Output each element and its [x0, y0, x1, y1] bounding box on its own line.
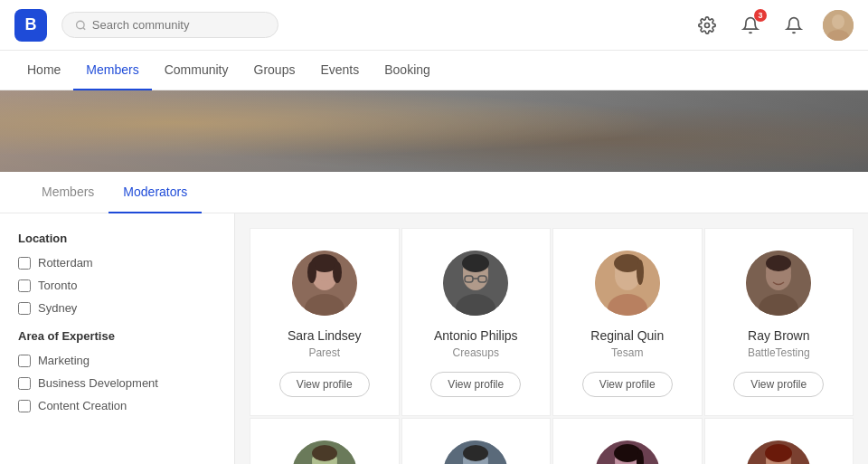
header-right: 3 — [693, 10, 854, 41]
member-company-ray: BattleTesting — [748, 346, 810, 359]
member-avatar-reginal — [595, 251, 660, 316]
filter-sydney[interactable]: Sydney — [18, 301, 216, 315]
location-filter-title: Location — [18, 232, 216, 245]
filter-toronto-label: Toronto — [38, 279, 77, 292]
svg-point-12 — [333, 261, 342, 283]
settings-icon-button[interactable] — [693, 11, 722, 40]
user-avatar[interactable] — [823, 10, 854, 41]
member-company-reginal: Tesam — [611, 346, 643, 359]
member-avatar-p5 — [292, 440, 357, 464]
filter-sydney-label: Sydney — [38, 301, 77, 315]
filter-toronto[interactable]: Toronto — [18, 279, 216, 292]
member-card-antonio: Antonio Philips Creasups View profile — [401, 228, 552, 416]
member-avatar-sara-image — [292, 251, 357, 316]
svg-point-26 — [637, 260, 644, 285]
alert-bell-icon — [785, 16, 803, 34]
svg-point-2 — [705, 23, 710, 27]
alerts-icon-button[interactable] — [779, 11, 808, 40]
search-bar[interactable] — [61, 12, 278, 38]
filter-business-dev-checkbox[interactable] — [18, 377, 31, 390]
member-card-ray: Ray Brown BattleTesting View profile — [704, 228, 854, 416]
filter-rotterdam-label: Rotterdam — [38, 256, 93, 270]
member-avatar-p6-image — [443, 440, 508, 464]
view-profile-reginal-button[interactable]: View profile — [582, 372, 673, 397]
member-avatar-antonio-image — [443, 251, 508, 316]
main-nav: Home Members Community Groups Events Boo… — [0, 51, 868, 90]
member-avatar-p8-image — [746, 440, 811, 464]
svg-line-1 — [83, 27, 85, 29]
svg-point-4 — [832, 14, 844, 29]
sub-tab-members[interactable]: Members — [27, 172, 108, 213]
view-profile-sara-button[interactable]: View profile — [279, 372, 370, 397]
filter-content-creation-checkbox[interactable] — [18, 400, 31, 412]
hero-banner — [0, 90, 868, 172]
nav-item-events[interactable]: Events — [307, 51, 372, 90]
svg-point-36 — [312, 445, 337, 461]
member-company-sara: Parest — [308, 346, 340, 359]
search-icon — [75, 19, 87, 32]
member-name-sara: Sara Lindsey — [288, 328, 362, 343]
member-avatar-p6 — [443, 440, 508, 464]
settings-icon — [698, 16, 716, 34]
svg-point-11 — [307, 261, 316, 283]
filter-marketing-label: Marketing — [38, 354, 90, 367]
member-company-antonio: Creasups — [453, 346, 499, 359]
sub-tab-moderators[interactable]: Moderators — [108, 172, 202, 213]
logo: B — [14, 9, 47, 42]
member-avatar-p7 — [595, 440, 660, 464]
member-name-antonio: Antonio Philips — [434, 328, 518, 343]
nav-item-groups[interactable]: Groups — [241, 51, 308, 90]
member-card-p8 — [704, 418, 854, 464]
svg-point-44 — [463, 445, 488, 461]
expertise-filter-title: Area of Expertise — [18, 329, 216, 343]
main-content: Location Rotterdam Toronto Sydney Area o… — [0, 213, 868, 464]
filter-content-creation[interactable]: Content Creation — [18, 399, 216, 412]
member-card-p6 — [401, 418, 552, 464]
svg-point-17 — [462, 254, 489, 272]
header: B 3 — [0, 0, 868, 51]
svg-point-31 — [766, 255, 791, 271]
member-avatar-ray — [746, 251, 811, 316]
hero-background — [0, 90, 868, 172]
member-card-p7 — [552, 418, 703, 464]
sidebar: Location Rotterdam Toronto Sydney Area o… — [0, 213, 235, 464]
members-area: Sara Lindsey Parest View profile — [235, 213, 868, 464]
filter-rotterdam[interactable]: Rotterdam — [18, 256, 216, 270]
members-grid: Sara Lindsey Parest View profile — [250, 228, 854, 464]
nav-item-members[interactable]: Members — [73, 51, 151, 90]
notifications-icon-button[interactable]: 3 — [736, 11, 765, 40]
sub-tabs: Members Moderators — [0, 172, 868, 213]
filter-business-dev-label: Business Development — [38, 376, 158, 390]
filter-marketing-checkbox[interactable] — [18, 355, 31, 367]
svg-point-0 — [77, 21, 85, 29]
member-avatar-antonio — [443, 251, 508, 316]
member-avatar-ray-image — [746, 251, 811, 316]
member-avatar-p7-image — [595, 440, 660, 464]
nav-item-community[interactable]: Community — [152, 51, 241, 90]
filter-toronto-checkbox[interactable] — [18, 279, 31, 292]
notification-badge: 3 — [754, 9, 767, 22]
view-profile-antonio-button[interactable]: View profile — [430, 372, 521, 397]
member-name-reginal: Reginal Quin — [590, 328, 664, 343]
member-avatar-p8 — [746, 440, 811, 464]
filter-business-dev[interactable]: Business Development — [18, 376, 216, 390]
user-avatar-image — [823, 10, 854, 41]
member-card-reginal: Reginal Quin Tesam View profile — [552, 228, 703, 416]
search-input[interactable] — [92, 18, 265, 32]
member-avatar-reginal-image — [595, 251, 660, 316]
member-avatar-sara — [292, 251, 357, 316]
nav-item-booking[interactable]: Booking — [372, 51, 443, 90]
filter-rotterdam-checkbox[interactable] — [18, 257, 31, 270]
filter-content-creation-label: Content Creation — [38, 399, 127, 412]
svg-point-58 — [765, 444, 792, 462]
member-card-sara: Sara Lindsey Parest View profile — [250, 228, 400, 416]
filter-marketing[interactable]: Marketing — [18, 354, 216, 367]
nav-item-home[interactable]: Home — [14, 51, 73, 90]
member-name-ray: Ray Brown — [748, 328, 809, 343]
logo-wrapper[interactable]: B — [14, 9, 47, 42]
member-avatar-p5-image — [292, 440, 357, 464]
view-profile-ray-button[interactable]: View profile — [733, 372, 824, 397]
member-card-p5 — [250, 418, 400, 464]
filter-sydney-checkbox[interactable] — [18, 302, 31, 315]
